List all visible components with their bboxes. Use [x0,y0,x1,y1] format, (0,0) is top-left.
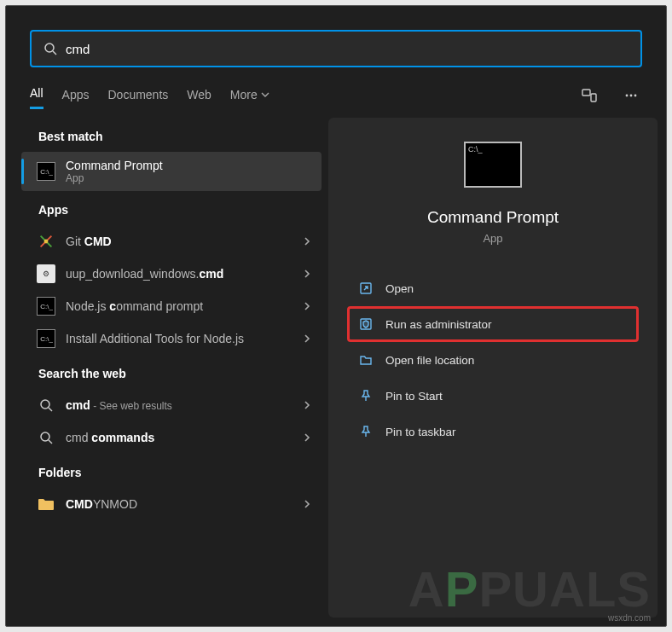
chevron-right-icon [303,333,311,345]
action-label: Open file location [385,354,474,367]
admin-shield-icon [358,317,374,331]
detail-pane: C:\_ Command Prompt App Open Run as admi… [328,118,658,618]
pin-icon [358,389,374,403]
attribution-text: wsxdn.com [608,613,651,623]
svg-line-11 [49,408,52,411]
result-git-cmd[interactable]: Git CMD [21,225,322,258]
section-apps-title: Apps [21,191,322,225]
overflow-menu-icon[interactable] [620,84,642,107]
chevron-right-icon [303,432,311,444]
svg-line-1 [53,51,56,55]
git-icon [37,232,55,251]
tab-more[interactable]: More [230,83,269,108]
detail-actions: Open Run as administrator Open file loca… [347,270,639,449]
svg-point-10 [41,400,49,409]
chevron-right-icon [303,300,311,312]
result-command-prompt[interactable]: C:\_ Command Prompt App [21,152,322,191]
chevron-right-icon [303,268,311,280]
action-open-file-location[interactable]: Open file location [347,342,639,378]
search-icon [43,42,57,55]
result-title: Command Prompt [66,159,311,172]
connect-devices-icon[interactable] [577,84,601,107]
svg-point-4 [626,94,629,96]
result-title: Node.js command prompt [66,299,293,313]
pin-icon [358,425,374,438]
tab-more-label: More [230,88,258,101]
tab-apps[interactable]: Apps [62,83,90,108]
cmd-icon: C:\_ [37,297,55,316]
results-pane: Best match C:\_ Command Prompt App Apps … [21,118,322,618]
chevron-right-icon [303,498,311,510]
folder-open-icon [358,353,374,367]
action-open[interactable]: Open [347,270,639,306]
action-pin-to-taskbar[interactable]: Pin to taskbar [347,414,639,449]
result-install-tools[interactable]: C:\_ Install Additional Tools for Node.j… [21,322,322,355]
cmd-icon: C:\_ [37,162,55,181]
svg-point-6 [634,94,637,96]
cmd-large-icon: C:\_ [464,142,522,188]
tab-documents[interactable]: Documents [107,83,168,108]
action-run-as-admin[interactable]: Run as administrator [347,306,639,342]
chevron-right-icon [303,399,311,411]
section-best-match-title: Best match [21,118,322,152]
tab-all[interactable]: All [30,81,43,109]
tab-web[interactable]: Web [187,83,211,108]
result-web-cmd[interactable]: cmd - See web results [21,389,322,421]
result-web-cmd-commands[interactable]: cmd commands [21,421,322,454]
chevron-down-icon [261,90,269,99]
action-label: Pin to Start [385,390,443,403]
result-title: uup_download_windows.cmd [66,267,293,281]
search-input[interactable] [66,42,629,56]
result-title: cmd - See web results [66,398,293,412]
svg-point-0 [45,43,54,52]
action-label: Pin to taskbar [385,426,456,438]
search-icon [37,428,55,447]
chevron-right-icon [303,235,311,247]
result-uup-download[interactable]: ⚙ uup_download_windows.cmd [21,258,322,290]
result-title: CMDYNMOD [66,497,293,511]
svg-line-13 [49,440,52,444]
search-bar[interactable] [30,30,642,67]
svg-point-5 [630,94,633,96]
search-icon [37,396,55,415]
windows-search-window: All Apps Documents Web More Best match C… [5,5,667,627]
result-title: Git CMD [66,235,293,248]
result-title: Install Additional Tools for Node.js [66,332,293,345]
svg-rect-2 [582,90,590,96]
cmd-icon: C:\_ [37,329,55,348]
detail-subtitle: App [483,232,502,245]
result-nodejs-prompt[interactable]: C:\_ Node.js command prompt [21,290,322,322]
svg-point-12 [41,432,49,441]
result-title: cmd commands [66,431,293,444]
result-folder-cmdynmod[interactable]: CMDYNMOD [21,488,322,520]
script-icon: ⚙ [37,264,55,283]
open-icon [358,281,374,295]
action-label: Open [385,282,414,295]
detail-title: Command Prompt [427,208,559,227]
action-pin-to-start[interactable]: Pin to Start [347,378,639,414]
result-subtitle: App [66,172,311,184]
section-folders-title: Folders [21,454,322,488]
folder-icon [37,495,55,513]
svg-point-9 [44,240,49,244]
section-web-title: Search the web [21,355,322,389]
filter-tabs: All Apps Documents Web More [6,72,666,109]
action-label: Run as administrator [385,318,492,331]
svg-rect-3 [591,94,596,101]
